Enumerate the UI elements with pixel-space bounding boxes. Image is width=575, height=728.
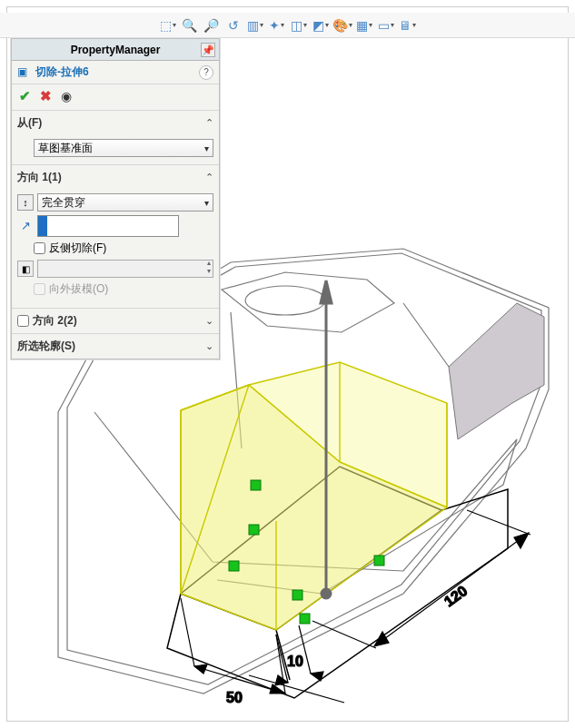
view-settings2-icon[interactable]: ▭▾ — [378, 17, 394, 34]
chevron-down-icon: ⌄ — [205, 340, 213, 352]
section-dir2: 方向 2(2) ⌄ — [12, 309, 219, 334]
zoom-area-icon[interactable]: 🔎 — [203, 17, 220, 34]
flip-side-checkbox[interactable] — [34, 242, 45, 254]
chevron-up-icon: ⌃ — [205, 117, 213, 129]
property-manager-panel: PropertyManager 📌 ▣ 切除-拉伸6 ? ✔ ✖ ◉ 从(F) … — [11, 38, 220, 359]
draft-outward-label: 向外拔模(O) — [49, 281, 108, 297]
feature-name: 切除-拉伸6 — [35, 64, 199, 80]
direction-vector-icon[interactable]: ↗ — [17, 219, 34, 232]
preview-icon[interactable]: ◉ — [61, 89, 72, 103]
flip-side-label: 反侧切除(F) — [49, 241, 106, 256]
pm-header: PropertyManager 📌 — [12, 39, 219, 61]
display-style-icon[interactable]: ◫▾ — [291, 17, 307, 34]
section-dir2-header[interactable]: 方向 2(2) ⌄ — [12, 309, 219, 333]
view-toolbar: ⬚▾ 🔍 🔎 ↺ ▥▾ ✦▾ ◫▾ ◩▾ 🎨▾ ▦▾ ▭▾ 🖥▾ — [0, 13, 575, 38]
from-select[interactable]: 草图基准面 — [34, 139, 213, 157]
section-dir1: 方向 1(1) ⌃ ↕ 完全贯穿 ↗ 反侧切除(F) — [12, 165, 219, 309]
section-contour-header[interactable]: 所选轮廓(S) ⌄ — [12, 334, 219, 359]
ok-button[interactable]: ✔ — [19, 88, 31, 104]
orientation-icon[interactable]: ⬚▾ — [160, 17, 176, 34]
chevron-down-icon: ⌄ — [205, 315, 213, 327]
end-condition-select[interactable]: 完全贯穿 — [37, 193, 213, 212]
view-settings-icon[interactable]: ✦▾ — [269, 17, 285, 34]
zoom-fit-icon[interactable]: 🔍 — [182, 17, 198, 34]
dir2-enable-checkbox[interactable] — [17, 315, 29, 327]
direction-reference-input[interactable] — [37, 215, 179, 237]
pin-icon[interactable]: 📌 — [201, 43, 215, 57]
draft-outward-checkbox — [34, 283, 45, 295]
previous-view-icon[interactable]: ↺ — [225, 17, 242, 34]
draft-angle-spinner[interactable] — [37, 260, 213, 278]
help-icon[interactable]: ? — [199, 65, 213, 80]
reverse-direction-icon[interactable]: ↕ — [17, 194, 34, 211]
section-from-header[interactable]: 从(F) ⌃ — [12, 111, 219, 135]
hide-show-icon[interactable]: ◩▾ — [312, 17, 329, 34]
pm-title: PropertyManager — [71, 44, 161, 56]
cut-extrude-icon: ▣ — [17, 65, 32, 80]
chevron-up-icon: ⌃ — [205, 172, 213, 183]
edit-appearance-icon[interactable]: 🎨▾ — [334, 17, 351, 34]
apply-scene-icon[interactable]: ▦▾ — [356, 17, 372, 34]
section-view-icon[interactable]: ▥▾ — [247, 17, 263, 34]
cancel-button[interactable]: ✖ — [40, 88, 52, 104]
display-state-icon[interactable]: 🖥▾ — [400, 17, 416, 34]
draft-icon[interactable]: ◧ — [17, 261, 34, 277]
section-contour: 所选轮廓(S) ⌄ — [12, 334, 219, 359]
section-dir1-header[interactable]: 方向 1(1) ⌃ — [12, 165, 219, 190]
section-from: 从(F) ⌃ 草图基准面 — [12, 111, 219, 165]
